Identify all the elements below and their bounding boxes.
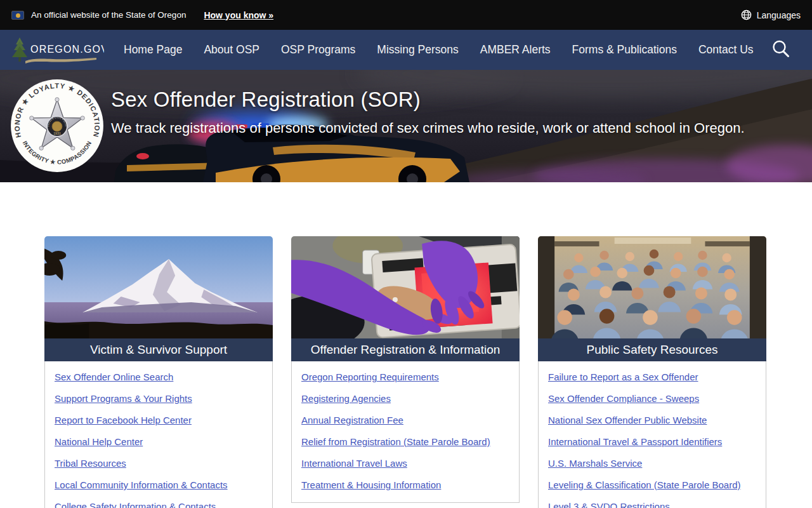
card-title-public-safety-resources: Public Safety Resources [538,338,766,361]
page-subtitle: We track registrations of persons convic… [111,119,802,138]
list-item: Oregon Reporting Requirements [301,366,509,388]
oregon-gov-logo[interactable]: OREGON.GOV [9,34,104,67]
mount-hood-image [44,236,273,338]
card-victim-survivor-support: Victim & Survivor Support Sex Offender O… [44,236,273,508]
nav-item-about-osp[interactable]: About OSP [193,37,270,63]
nav-item-amber-alerts[interactable]: AMBER Alerts [469,37,561,63]
resource-cards: Victim & Survivor Support Sex Offender O… [0,182,812,508]
nav-item-osp-programs[interactable]: OSP Programs [270,37,366,63]
link-college-safety-info[interactable]: College Safety Information & Contacts [55,501,216,508]
list-item: International Travel Laws [301,453,509,474]
card-title-victim-survivor-support: Victim & Survivor Support [44,338,273,361]
utility-bar: An official website of the State of Oreg… [0,0,812,30]
nav-item-home-page[interactable]: Home Page [113,37,193,63]
link-tribal-resources[interactable]: Tribal Resources [55,458,126,469]
offender-registration-link-list: Oregon Reporting Requirements Registerin… [301,366,509,496]
languages-button[interactable]: Languages [741,10,801,20]
list-item: Treatment & Housing Information [301,474,509,496]
list-item: Registering Agencies [301,388,509,410]
link-failure-to-report[interactable]: Failure to Report as a Sex Offender [548,371,698,382]
link-support-programs-rights[interactable]: Support Programs & Your Rights [55,393,192,404]
list-item: U.S. Marshals Service [548,453,756,474]
list-item: Sex Offender Online Search [55,366,263,388]
main-navigation: OREGON.GOV Home Page About OSP OSP Progr… [0,30,812,70]
list-item: Level 3 & SVDO Restrictions [548,496,756,508]
link-annual-registration-fee[interactable]: Annual Registration Fee [301,415,403,425]
link-travel-passport-identifiers[interactable]: International Travel & Passport Identifi… [548,436,722,447]
link-national-sex-offender-website[interactable]: National Sex Offender Public Website [548,415,707,425]
page-title: Sex Offender Registration (SOR) [111,88,802,112]
nav-item-contact-us[interactable]: Contact Us [688,37,764,63]
fingerprint-scan-image [291,236,520,338]
link-international-travel-laws[interactable]: International Travel Laws [301,458,407,469]
logo-text: OREGON.GOV [30,44,104,55]
search-icon [770,38,792,60]
victim-support-link-list: Sex Offender Online Search Support Progr… [55,366,263,508]
link-leveling-classification[interactable]: Leveling & Classification (State Parole … [548,479,741,490]
globe-icon [741,10,752,20]
link-report-facebook-help[interactable]: Report to Facebook Help Center [55,415,192,425]
list-item: International Travel & Passport Identifi… [548,431,756,453]
list-item: College Safety Information & Contacts [55,496,263,508]
link-oregon-reporting-requirements[interactable]: Oregon Reporting Requirements [301,371,439,382]
osp-badge: HONOR ★ LOYALTY ★ DEDICATION INTEGRITY ★… [10,79,104,173]
list-item: Tribal Resources [55,453,263,474]
list-item: Local Community Information & Contacts [55,474,263,496]
list-item: Failure to Report as a Sex Offender [548,366,756,388]
public-safety-link-list: Failure to Report as a Sex Offender Sex … [548,366,756,508]
link-registering-agencies[interactable]: Registering Agencies [301,393,391,404]
link-sex-offender-online-search[interactable]: Sex Offender Online Search [55,371,173,382]
list-item: Relief from Registration (State Parole B… [301,431,509,453]
card-public-safety-resources: Public Safety Resources Failure to Repor… [538,236,766,508]
list-item: National Sex Offender Public Website [548,410,756,431]
list-item: Annual Registration Fee [301,410,509,431]
nav-item-forms-publications[interactable]: Forms & Publications [561,37,688,63]
link-us-marshals-service[interactable]: U.S. Marshals Service [548,458,642,469]
oregon-flag-icon [11,11,24,20]
nav-links: Home Page About OSP OSP Programs Missing… [113,37,764,63]
police-group-image [538,236,766,338]
card-title-offender-registration: Offender Registration & Information [291,338,520,361]
card-offender-registration: Offender Registration & Information Oreg… [291,236,520,508]
link-level3-svdo-restrictions[interactable]: Level 3 & SVDO Restrictions [548,501,670,508]
link-treatment-housing-info[interactable]: Treatment & Housing Information [301,479,441,490]
link-compliance-sweeps[interactable]: Sex Offender Compliance - Sweeps [548,393,699,404]
link-national-help-center[interactable]: National Help Center [55,436,143,447]
languages-label: Languages [757,10,801,20]
link-local-community-info[interactable]: Local Community Information & Contacts [55,479,228,490]
list-item: Sex Offender Compliance - Sweeps [548,388,756,410]
search-button[interactable] [766,34,796,65]
nav-item-missing-persons[interactable]: Missing Persons [366,37,469,63]
list-item: Support Programs & Your Rights [55,388,263,410]
list-item: Leveling & Classification (State Parole … [548,474,756,496]
link-relief-from-registration[interactable]: Relief from Registration (State Parole B… [301,436,490,447]
how-you-know-link[interactable]: How you know » [204,10,273,20]
hero-banner: HONOR ★ LOYALTY ★ DEDICATION INTEGRITY ★… [0,70,812,182]
badge-year-text: 1931 [53,131,61,135]
list-item: National Help Center [55,431,263,453]
official-website-text: An official website of the State of Oreg… [31,10,186,20]
list-item: Report to Facebook Help Center [55,410,263,431]
